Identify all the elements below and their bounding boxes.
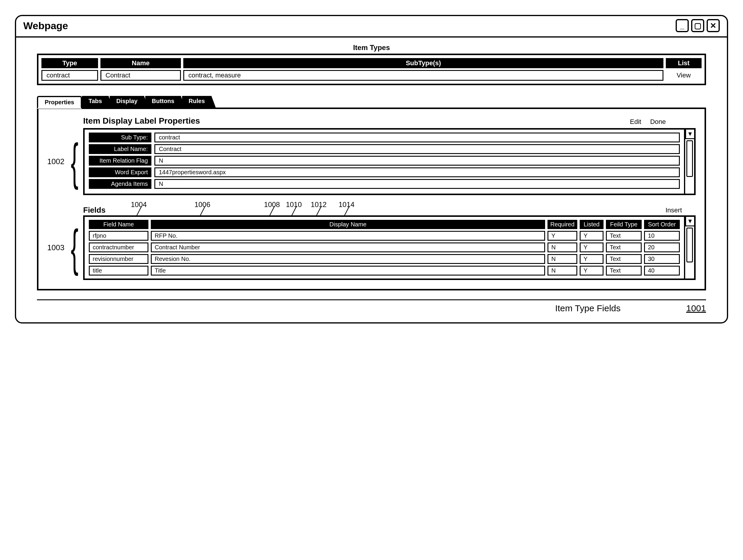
- scroll-track[interactable]: [685, 226, 694, 279]
- cell-required[interactable]: N: [548, 266, 577, 276]
- tabs-row: Properties Tabs Display Buttons Rules: [37, 96, 706, 107]
- footer: Item Type Fields 1001: [37, 299, 706, 313]
- close-button[interactable]: ✕: [707, 19, 720, 32]
- maximize-icon: ▢: [694, 21, 702, 30]
- prop-value-wordexport[interactable]: 1447propertiesword.aspx: [155, 168, 680, 177]
- scroll-down-icon[interactable]: ▼: [685, 217, 694, 226]
- insert-link[interactable]: Insert: [665, 206, 682, 214]
- cell-fieldtype[interactable]: Text: [606, 266, 642, 276]
- callout-line-icon: ╱: [291, 209, 297, 214]
- scroll-thumb[interactable]: [686, 140, 693, 177]
- properties-scroll-frame: Sub Type: contract Label Name: Contract …: [83, 128, 696, 195]
- prop-label: Item Relation Flag: [89, 156, 151, 166]
- figure-ref: 1001: [686, 303, 706, 313]
- cell-fieldname[interactable]: title: [89, 266, 148, 276]
- cell-displayname[interactable]: Contract Number: [151, 242, 545, 252]
- ref-1014: 1014╱: [339, 200, 354, 214]
- tab-rules[interactable]: Rules: [182, 96, 216, 109]
- tab-buttons[interactable]: Buttons: [145, 96, 186, 109]
- cell-fieldname[interactable]: rfpno: [89, 231, 148, 241]
- prop-value-relationflag[interactable]: N: [155, 156, 680, 166]
- cell-required[interactable]: N: [548, 254, 577, 264]
- fields-scrollbar[interactable]: ▼: [684, 217, 694, 279]
- cell-listed[interactable]: Y: [580, 231, 604, 241]
- cell-type[interactable]: contract: [41, 70, 98, 81]
- table-row: contractnumber Contract Number N Y Text …: [89, 242, 680, 252]
- scroll-track[interactable]: [685, 139, 694, 194]
- prop-row-labelname: Label Name: Contract: [89, 144, 680, 154]
- minimize-button[interactable]: _: [675, 19, 689, 32]
- col-header-required: Required: [548, 220, 577, 229]
- prop-row-subtype: Sub Type: contract: [89, 133, 680, 142]
- prop-label: Sub Type:: [89, 133, 151, 142]
- minimize-icon: _: [680, 21, 684, 30]
- callout-line-icon: ╱: [269, 209, 274, 214]
- scroll-thumb[interactable]: [686, 228, 693, 263]
- col-header-fieldname: Field Name: [89, 220, 148, 229]
- col-header-listed: Listed: [580, 220, 604, 229]
- col-header-subtypes: SubType(s): [183, 58, 663, 68]
- ref-1002: 1002: [47, 157, 64, 166]
- window-controls: _ ▢ ✕: [675, 19, 720, 32]
- column-annotations: Fields 1004╱ 1006╱ 1008╱ 1010╱ 1012╱ 101…: [83, 200, 696, 214]
- cell-sortorder[interactable]: 30: [644, 254, 680, 264]
- maximize-button[interactable]: ▢: [691, 19, 704, 32]
- col-header-name: Name: [100, 58, 181, 68]
- col-header-fieldtype: Feild Type: [606, 220, 642, 229]
- ref-1003: 1003: [47, 243, 64, 252]
- ref-1008: 1008╱: [264, 200, 280, 214]
- callout-line-icon: ╱: [316, 209, 321, 214]
- col-header-displayname: Display Name: [151, 220, 545, 229]
- footer-label: Item Type Fields: [555, 303, 621, 313]
- prop-value-labelname[interactable]: Contract: [155, 144, 680, 154]
- callout-line-icon: ╱: [136, 209, 141, 214]
- edit-link[interactable]: Edit: [630, 118, 641, 126]
- item-types-header-row: Type Name SubType(s) List: [41, 58, 702, 68]
- item-types-row: contract Contract contract, measure View: [41, 70, 702, 81]
- cell-fieldtype[interactable]: Text: [606, 242, 642, 252]
- item-types-title: Item Types: [37, 44, 706, 52]
- scroll-down-icon[interactable]: ▼: [685, 130, 694, 139]
- fields-block: 1003 { Field Name Display Name Required …: [47, 215, 696, 280]
- cell-listed[interactable]: Y: [580, 266, 604, 276]
- cell-displayname[interactable]: Revesion No.: [151, 254, 545, 264]
- tab-tabs[interactable]: Tabs: [82, 96, 113, 109]
- prop-value-subtype[interactable]: contract: [155, 133, 680, 142]
- tab-properties[interactable]: Properties: [37, 96, 82, 109]
- cell-fieldtype[interactable]: Text: [606, 231, 642, 241]
- col-header-type: Type: [41, 58, 98, 68]
- content-area: Item Types Type Name SubType(s) List con…: [16, 38, 727, 322]
- tab-display[interactable]: Display: [110, 96, 149, 109]
- cell-fieldtype[interactable]: Text: [606, 254, 642, 264]
- cell-required[interactable]: N: [548, 242, 577, 252]
- prop-row-agenda: Agenda Items N: [89, 179, 680, 189]
- properties-head: Item Display Label Properties Edit Done: [83, 116, 696, 126]
- fields-label: Fields: [83, 205, 105, 215]
- titlebar: Webpage _ ▢ ✕: [16, 16, 727, 38]
- cell-sortorder[interactable]: 10: [644, 231, 680, 241]
- cell-sortorder[interactable]: 20: [644, 242, 680, 252]
- prop-label: Word Export: [89, 168, 151, 177]
- callout-line-icon: ╱: [200, 209, 205, 214]
- done-link[interactable]: Done: [650, 118, 666, 126]
- col-header-sortorder: Sort Order: [644, 220, 680, 229]
- item-types-panel: Type Name SubType(s) List contract Contr…: [37, 54, 706, 85]
- prop-row-wordexport: Word Export 1447propertiesword.aspx: [89, 168, 680, 177]
- fields-header-row: Field Name Display Name Required Listed …: [89, 220, 680, 229]
- view-link[interactable]: View: [666, 70, 702, 81]
- cell-fieldname[interactable]: contractnumber: [89, 242, 148, 252]
- cell-displayname[interactable]: RFP No.: [151, 231, 545, 241]
- cell-name[interactable]: Contract: [100, 70, 181, 81]
- cell-listed[interactable]: Y: [580, 242, 604, 252]
- cell-displayname[interactable]: Title: [151, 266, 545, 276]
- cell-sortorder[interactable]: 40: [644, 266, 680, 276]
- table-row: title Title N Y Text 40: [89, 266, 680, 276]
- callout-line-icon: ╱: [344, 209, 349, 214]
- properties-scrollbar[interactable]: ▼: [684, 130, 694, 194]
- cell-required[interactable]: Y: [548, 231, 577, 241]
- prop-label: Label Name:: [89, 144, 151, 154]
- cell-listed[interactable]: Y: [580, 254, 604, 264]
- cell-subtypes[interactable]: contract, measure: [183, 70, 663, 81]
- cell-fieldname[interactable]: revisionnumber: [89, 254, 148, 264]
- prop-value-agenda[interactable]: N: [155, 179, 680, 189]
